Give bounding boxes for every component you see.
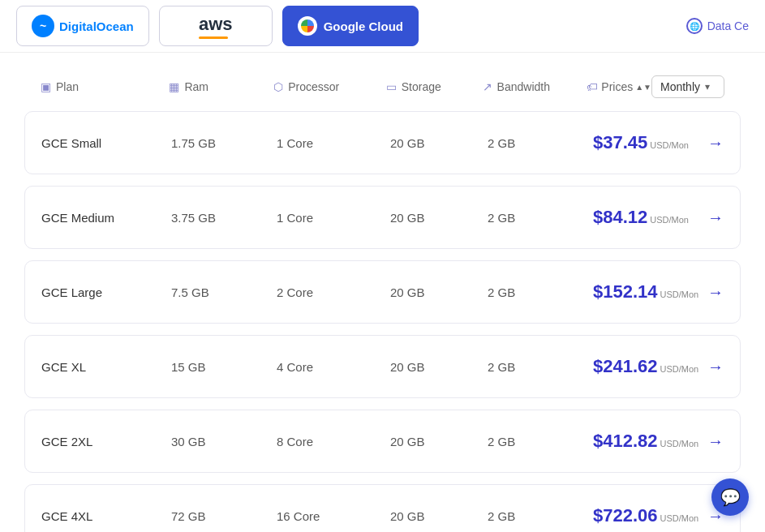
table-row[interactable]: GCE Large 7.5 GB 2 Core 20 GB 2 GB $152.… <box>24 260 741 324</box>
col-header-bandwidth: ↗ Bandwidth <box>483 80 587 93</box>
col-header-processor: ⬡ Processor <box>273 80 386 93</box>
cell-ram-value: 72 GB <box>171 509 277 523</box>
chat-icon: 💬 <box>720 487 741 507</box>
cell-storage-value: 20 GB <box>390 509 488 523</box>
aws-underline <box>199 36 228 39</box>
cell-plan-name: GCE Large <box>41 285 171 299</box>
cell-processor-value: 16 Core <box>277 509 390 523</box>
table-header: ▣ Plan ▦ Ram ⬡ Processor ▭ Storage ↗ Ban… <box>24 69 741 105</box>
cell-bandwidth-value: 2 GB <box>488 509 593 523</box>
price-unit: USD/Mon <box>660 290 699 299</box>
bandwidth-header-label: Bandwidth <box>497 80 550 93</box>
storage-icon: ▭ <box>386 80 397 93</box>
googlecloud-provider-btn[interactable]: Google Cloud <box>282 6 419 46</box>
table-row[interactable]: GCE XL 15 GB 4 Core 20 GB 2 GB $241.62US… <box>24 335 741 398</box>
storage-header-label: Storage <box>402 80 441 93</box>
main-content: ▣ Plan ▦ Ram ⬡ Processor ▭ Storage ↗ Ban… <box>0 53 765 532</box>
price-unit: USD/Mon <box>650 140 689 150</box>
cell-price-value: $84.12USD/Mon <box>593 207 707 228</box>
monthly-select[interactable]: Monthly ▾ <box>651 75 724 98</box>
sort-arrows-icon: ▲▼ <box>635 84 651 90</box>
price-unit: USD/Mon <box>660 364 699 374</box>
plan-rows-container: GCE Small 1.75 GB 1 Core 20 GB 2 GB $37.… <box>24 111 741 532</box>
cell-ram-value: 15 GB <box>171 360 277 374</box>
prices-header-label: Prices <box>601 80 633 93</box>
plan-icon: ▣ <box>41 80 51 93</box>
prices-icon: 🏷 <box>587 80 598 93</box>
chat-widget-btn[interactable]: 💬 <box>711 478 749 516</box>
cell-storage-value: 20 GB <box>390 435 488 448</box>
row-arrow-icon[interactable]: → <box>707 432 724 451</box>
col-header-ram: ▦ Ram <box>169 80 273 93</box>
cell-plan-name: GCE 4XL <box>41 509 171 523</box>
cell-processor-value: 8 Core <box>277 435 390 448</box>
cell-plan-name: GCE Medium <box>41 211 171 225</box>
table-row[interactable]: GCE 4XL 72 GB 16 Core 20 GB 2 GB $722.06… <box>24 484 741 532</box>
price-unit: USD/Mon <box>650 215 689 225</box>
bandwidth-icon: ↗ <box>483 80 492 93</box>
cell-bandwidth-value: 2 GB <box>488 136 593 150</box>
cell-price-value: $241.62USD/Mon <box>593 356 707 377</box>
price-amount: $152.14 <box>593 281 658 302</box>
data-center-btn[interactable]: 🌐 Data Ce <box>686 18 749 34</box>
processor-header-label: Processor <box>288 80 339 93</box>
plan-header-label: Plan <box>56 80 79 93</box>
gcloud-label: Google Cloud <box>324 19 403 33</box>
cell-bandwidth-value: 2 GB <box>488 360 593 374</box>
cell-plan-name: GCE XL <box>41 360 171 374</box>
billing-period-dropdown[interactable]: Monthly ▾ <box>651 75 724 98</box>
row-arrow-icon[interactable]: → <box>707 283 724 302</box>
table-row[interactable]: GCE Small 1.75 GB 1 Core 20 GB 2 GB $37.… <box>24 111 741 174</box>
cell-ram-value: 30 GB <box>171 435 277 448</box>
cell-price-value: $152.14USD/Mon <box>593 281 707 302</box>
cell-processor-value: 1 Core <box>277 136 390 150</box>
price-amount: $241.62 <box>593 356 658 376</box>
chevron-down-icon: ▾ <box>705 81 710 92</box>
cell-price-value: $722.06USD/Mon <box>593 505 707 526</box>
cell-processor-value: 2 Core <box>277 285 390 299</box>
cell-storage-value: 20 GB <box>390 360 488 374</box>
table-row[interactable]: GCE Medium 3.75 GB 1 Core 20 GB 2 GB $84… <box>24 186 741 249</box>
ram-header-label: Ram <box>184 80 208 93</box>
price-amount: $84.12 <box>593 207 647 227</box>
ram-icon: ▦ <box>169 80 179 93</box>
billing-period-label: Monthly <box>660 80 700 93</box>
row-arrow-icon[interactable]: → <box>707 208 724 227</box>
google-cloud-icon <box>298 16 317 36</box>
google-cloud-icon-inner <box>301 19 314 32</box>
digitalocean-provider-btn[interactable]: ~ DigitalOcean <box>16 6 149 46</box>
col-header-plan: ▣ Plan <box>41 80 169 93</box>
data-center-label: Data Ce <box>707 19 749 32</box>
col-header-prices[interactable]: 🏷 Prices ▲▼ <box>587 80 651 93</box>
price-amount: $37.45 <box>593 132 647 152</box>
row-arrow-icon[interactable]: → <box>707 358 724 376</box>
prices-sort-control[interactable]: Prices ▲▼ <box>601 80 651 93</box>
cell-bandwidth-value: 2 GB <box>488 435 593 448</box>
do-circle-icon: ~ <box>32 15 54 37</box>
cell-plan-name: GCE 2XL <box>41 435 171 448</box>
price-amount: $722.06 <box>593 505 658 526</box>
price-amount: $412.82 <box>593 431 658 451</box>
cell-bandwidth-value: 2 GB <box>488 211 593 225</box>
cell-processor-value: 1 Core <box>277 211 390 225</box>
row-arrow-icon[interactable]: → <box>707 134 724 152</box>
cell-processor-value: 4 Core <box>277 360 390 374</box>
cell-storage-value: 20 GB <box>390 211 488 225</box>
cell-ram-value: 1.75 GB <box>171 136 277 150</box>
processor-icon: ⬡ <box>273 80 283 93</box>
aws-provider-btn[interactable]: aws <box>159 6 273 46</box>
do-label: DigitalOcean <box>59 19 134 33</box>
col-header-storage: ▭ Storage <box>386 80 483 93</box>
cell-plan-name: GCE Small <box>41 136 171 150</box>
cell-ram-value: 7.5 GB <box>171 285 277 299</box>
cell-price-value: $412.82USD/Mon <box>593 431 707 452</box>
cell-price-value: $37.45USD/Mon <box>593 132 707 153</box>
table-row[interactable]: GCE 2XL 30 GB 8 Core 20 GB 2 GB $412.82U… <box>24 410 741 473</box>
price-unit: USD/Mon <box>660 513 699 523</box>
nav-bar: ~ DigitalOcean aws Google Cloud 🌐 Data C… <box>0 0 765 53</box>
aws-logo: aws <box>199 14 233 35</box>
price-unit: USD/Mon <box>660 439 699 448</box>
cell-storage-value: 20 GB <box>390 285 488 299</box>
cell-ram-value: 3.75 GB <box>171 211 277 225</box>
cell-bandwidth-value: 2 GB <box>488 285 593 299</box>
